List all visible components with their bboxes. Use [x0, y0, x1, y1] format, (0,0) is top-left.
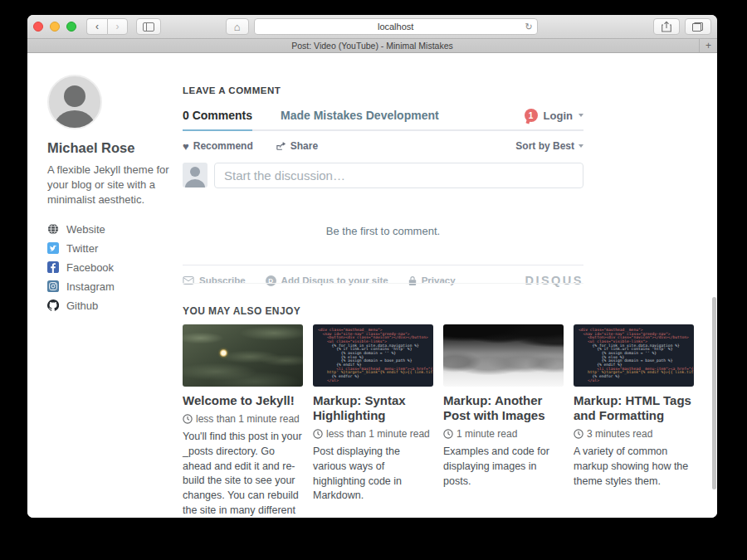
login-label[interactable]: Login [544, 110, 573, 122]
read-time: less than 1 minute read [196, 413, 300, 425]
related-posts-heading: YOU MAY ALSO ENJOY [183, 305, 694, 317]
post-thumbnail-foggy-trees[interactable] [443, 324, 564, 387]
history-nav-group: ‹ › [86, 18, 128, 35]
minimize-window-button[interactable] [50, 22, 60, 32]
tab-comment-count[interactable]: 0 Comments [183, 109, 252, 131]
section-divider [183, 283, 583, 284]
share-icon [662, 21, 671, 32]
guest-avatar [183, 163, 208, 187]
zoom-window-button[interactable] [66, 22, 76, 32]
tabs-overview-icon [692, 22, 703, 32]
page-content: Michael Rose A flexible Jekyll theme for… [27, 53, 717, 518]
post-meta: 1 minute read [443, 428, 564, 440]
login-menu[interactable]: 1 Login [525, 109, 583, 129]
recommend-button[interactable]: ♥ Recommend [183, 140, 253, 152]
clock-icon [183, 414, 193, 424]
disqus-footer-divider [183, 265, 583, 265]
sidebar-item-facebook[interactable]: Facebook [47, 261, 176, 274]
comment-composer [183, 163, 583, 188]
post-title[interactable]: Markup: Syntax Highlighting [313, 393, 433, 423]
author-profile-sidebar: Michael Rose A flexible Jekyll theme for… [47, 75, 176, 319]
comment-input[interactable] [214, 163, 583, 188]
sidebar-link-label[interactable]: Website [66, 223, 105, 236]
read-time: 1 minute read [456, 428, 517, 440]
related-posts-section: YOU MAY ALSO ENJOY Welcome to Jekyll! le… [183, 283, 694, 518]
recommend-label: Recommend [193, 140, 253, 152]
author-avatar [47, 75, 102, 129]
share-label: Share [290, 140, 318, 152]
comments-section: LEAVE A COMMENT 0 Comments Made Mistakes… [183, 85, 583, 287]
address-bar[interactable]: localhost ↻ [254, 18, 538, 35]
sidebar-link-label[interactable]: Facebook [66, 261, 114, 274]
github-icon [47, 299, 59, 311]
back-button[interactable]: ‹ [86, 18, 107, 35]
sort-menu[interactable]: Sort by Best [515, 140, 583, 152]
browser-toolbar: ‹ › ⌂ localhost ↻ [27, 15, 717, 39]
chevron-down-icon [579, 114, 583, 117]
post-thumbnail-code-screenshot[interactable]: <div class="masthead__menu"> <nav id="si… [313, 324, 433, 387]
related-posts-grid: Welcome to Jekyll! less than 1 minute re… [183, 324, 694, 518]
vertical-scrollbar[interactable] [712, 297, 716, 489]
clock-icon [574, 429, 583, 439]
show-all-tabs-button[interactable] [685, 18, 711, 35]
post-excerpt: Examples and code for displaying images … [443, 445, 564, 489]
twitter-icon [47, 242, 59, 254]
tab-community[interactable]: Made Mistakes Development [281, 109, 439, 129]
code-snippet: <div class="masthead__menu"> <nav id="si… [579, 329, 689, 382]
related-post-card[interactable]: Welcome to Jekyll! less than 1 minute re… [183, 324, 303, 518]
author-links: Website Twitter Facebook [47, 223, 176, 312]
clock-icon [313, 429, 323, 439]
sidebar-toggle-icon [143, 22, 154, 32]
post-excerpt: A variety of common markup showing how t… [574, 445, 694, 489]
post-meta: less than 1 minute read [183, 413, 303, 425]
window-controls [33, 22, 76, 32]
instagram-icon [47, 280, 59, 292]
empty-thread-message: Be the first to comment. [183, 225, 583, 237]
browser-window: ‹ › ⌂ localhost ↻ Post: Video (YouTube) … [27, 15, 717, 518]
share-thread-button[interactable]: Share [276, 140, 318, 152]
tab-bar: Post: Video (YouTube) - Minimal Mistakes… [27, 39, 717, 53]
sidebar-link-label[interactable]: Instagram [66, 280, 115, 293]
disqus-tab-row: 0 Comments Made Mistakes Development 1 L… [183, 109, 583, 131]
reload-icon[interactable]: ↻ [525, 22, 532, 32]
sidebar-item-instagram[interactable]: Instagram [47, 280, 176, 293]
active-tab[interactable]: Post: Video (YouTube) - Minimal Mistakes [27, 41, 717, 51]
sidebar-item-website[interactable]: Website [47, 223, 176, 236]
sort-label: Sort by Best [515, 140, 574, 152]
related-post-card[interactable]: Markup: Another Post with Images 1 minut… [443, 324, 564, 518]
new-tab-button[interactable]: + [699, 39, 717, 52]
post-excerpt: Post displaying the various ways of high… [313, 445, 433, 504]
comments-heading: LEAVE A COMMENT [183, 85, 583, 95]
author-bio: A flexible Jekyll theme for your blog or… [47, 163, 176, 208]
sidebar-link-label[interactable]: Github [66, 299, 98, 312]
close-window-button[interactable] [33, 22, 43, 32]
sidebar-link-label[interactable]: Twitter [66, 242, 98, 255]
post-title[interactable]: Welcome to Jekyll! [183, 393, 303, 408]
code-snippet: <div class="masthead__menu"> <nav id="si… [318, 329, 428, 382]
globe-icon [47, 223, 59, 235]
sidebar-item-twitter[interactable]: Twitter [47, 242, 176, 255]
person-silhouette-icon [183, 163, 208, 187]
post-meta: 3 minutes read [574, 428, 694, 440]
post-thumbnail-code-screenshot[interactable]: <div class="masthead__menu"> <nav id="si… [574, 324, 694, 387]
post-excerpt: You'll find this post in your _posts dir… [183, 430, 303, 518]
clock-icon [443, 429, 453, 439]
related-post-card[interactable]: <div class="masthead__menu"> <nav id="si… [313, 324, 433, 518]
facebook-icon [47, 261, 59, 273]
disqus-actions-row: ♥ Recommend Share Sort by Best [183, 140, 583, 152]
person-silhouette-icon [49, 76, 100, 128]
notification-badge: 1 [525, 109, 538, 122]
author-name: Michael Rose [47, 140, 176, 156]
sidebar-item-github[interactable]: Github [47, 299, 176, 312]
post-title[interactable]: Markup: Another Post with Images [443, 393, 564, 423]
post-thumbnail-moss-droplet[interactable] [183, 324, 303, 387]
share-arrow-icon [276, 141, 286, 151]
home-button[interactable]: ⌂ [226, 18, 249, 35]
forward-button[interactable]: › [107, 18, 128, 35]
url-text[interactable]: localhost [255, 22, 537, 32]
chevron-down-icon [579, 144, 583, 148]
sidebar-toggle-button[interactable] [136, 18, 161, 35]
share-page-button[interactable] [653, 18, 680, 35]
post-title[interactable]: Markup: HTML Tags and Formatting [574, 393, 694, 423]
related-post-card[interactable]: <div class="masthead__menu"> <nav id="si… [574, 324, 694, 518]
